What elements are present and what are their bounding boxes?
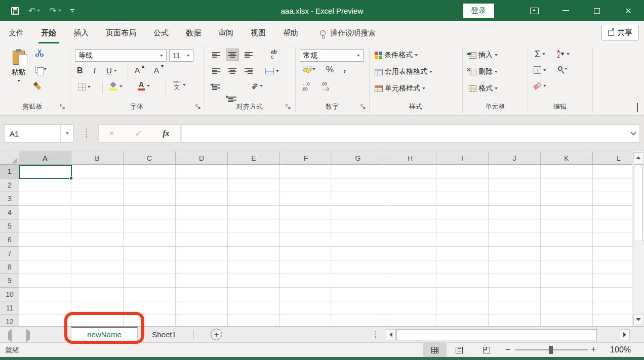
tab-view[interactable]: 视图 [242, 21, 274, 44]
decrease-font-button[interactable]: A [154, 66, 159, 74]
column-header-H[interactable]: H [384, 151, 436, 165]
column-header-K[interactable]: K [541, 151, 593, 165]
row-header-8[interactable]: 8 [0, 260, 19, 274]
insert-function-button[interactable]: fx [163, 129, 169, 138]
select-all-button[interactable] [0, 151, 19, 165]
fill-button[interactable]: ↓ [534, 66, 546, 74]
column-header-E[interactable]: E [228, 151, 280, 165]
underline-button[interactable]: U [106, 66, 117, 75]
font-color-button[interactable]: A [138, 81, 150, 91]
scroll-up-button[interactable] [633, 152, 643, 163]
font-dialog-launcher[interactable] [194, 104, 202, 111]
insert-cells-button[interactable]: 插入 [469, 51, 498, 60]
row-header-9[interactable]: 9 [0, 274, 19, 288]
selected-cell-A1[interactable] [19, 165, 72, 179]
delete-cells-button[interactable]: 删除 [469, 67, 498, 76]
number-dialog-launcher[interactable] [359, 104, 367, 111]
accounting-format-button[interactable] [302, 66, 315, 72]
enter-button[interactable]: ✓ [135, 128, 142, 139]
merge-center-button[interactable] [265, 68, 279, 74]
row-header-7[interactable]: 7 [0, 247, 19, 260]
name-box[interactable]: A1 [4, 124, 74, 143]
cancel-button[interactable]: × [109, 128, 114, 139]
sheet-tab-sheet1[interactable]: Sheet1 [139, 327, 189, 342]
minimize-button[interactable] [550, 0, 581, 21]
bold-button[interactable]: B [77, 66, 83, 75]
font-size-select[interactable]: 11 [169, 49, 193, 62]
vertical-scroll-thumb[interactable] [634, 164, 643, 241]
customize-qat-button[interactable] [70, 9, 74, 13]
save-button[interactable] [11, 7, 19, 15]
paste-button[interactable]: 粘贴 [7, 49, 30, 99]
column-header-J[interactable]: J [489, 151, 541, 165]
column-header-G[interactable]: G [332, 151, 384, 165]
format-painter-button[interactable] [35, 82, 39, 90]
scroll-right-button[interactable] [620, 329, 630, 340]
phonetic-guide-button[interactable]: wén文 [173, 80, 186, 90]
clear-button[interactable] [534, 84, 546, 88]
orientation-button[interactable]: ab [251, 83, 263, 89]
tell-me-search[interactable]: 操作说明搜索 [320, 28, 376, 38]
column-header-C[interactable]: C [124, 151, 176, 165]
tab-formulas[interactable]: 公式 [145, 21, 177, 44]
align-top-button[interactable] [210, 49, 223, 61]
fill-handle[interactable] [69, 176, 73, 180]
sort-filter-button[interactable]: AZ [557, 50, 570, 58]
horizontal-scroll-thumb[interactable] [396, 329, 597, 340]
normal-view-button[interactable] [423, 343, 447, 357]
cut-button[interactable] [35, 50, 44, 57]
row-header-12[interactable]: 12 [0, 315, 19, 326]
maximize-button[interactable] [581, 0, 613, 21]
column-header-I[interactable]: I [436, 151, 489, 165]
zoom-in-button[interactable]: + [591, 345, 596, 353]
row-header-1[interactable]: 1 [0, 165, 19, 178]
login-button[interactable]: 登录 [463, 4, 494, 18]
row-header-6[interactable]: 6 [0, 233, 19, 247]
align-center-button[interactable] [226, 65, 239, 77]
cell-grid[interactable] [19, 165, 632, 326]
format-as-table-button[interactable]: 套用表格格式 [375, 67, 432, 76]
row-header-4[interactable]: 4 [0, 206, 19, 219]
sheet-tab-newname[interactable]: newName [71, 327, 138, 342]
ribbon-display-options-button[interactable] [518, 0, 550, 21]
column-header-F[interactable]: F [280, 151, 332, 165]
tab-help[interactable]: 帮助 [274, 21, 307, 44]
font-name-select[interactable]: 等线 [75, 49, 167, 62]
close-button[interactable]: × [613, 0, 644, 21]
tab-home[interactable]: 开始 [32, 21, 65, 44]
page-layout-view-button[interactable] [448, 343, 471, 357]
decrease-decimal-button[interactable]: .00 →.0 [321, 82, 329, 92]
format-cells-button[interactable]: 格式 [469, 84, 498, 93]
formula-bar-resize-handle[interactable] [86, 128, 87, 139]
borders-button[interactable] [78, 83, 91, 91]
tab-review[interactable]: 审阅 [210, 21, 242, 44]
align-right-button[interactable] [242, 65, 255, 77]
italic-button[interactable]: I [93, 66, 96, 75]
column-header-D[interactable]: D [176, 151, 228, 165]
increase-font-button[interactable]: A [135, 66, 140, 74]
copy-button[interactable] [35, 66, 47, 73]
conditional-formatting-button[interactable]: 条件格式 [375, 51, 418, 60]
redo-button[interactable]: ↷ [49, 7, 61, 15]
row-header-2[interactable]: 2 [0, 178, 19, 192]
row-header-3[interactable]: 3 [0, 192, 19, 206]
scroll-down-button[interactable] [633, 314, 643, 325]
row-header-11[interactable]: 11 [0, 301, 19, 315]
tab-data[interactable]: 数据 [177, 21, 210, 44]
fill-color-button[interactable] [109, 82, 123, 91]
new-sheet-button[interactable]: + [211, 329, 222, 340]
share-button[interactable]: 共享 [601, 25, 639, 40]
zoom-level-button[interactable]: 100% [610, 345, 631, 354]
name-box-dropdown[interactable] [60, 125, 73, 142]
formula-input[interactable] [182, 124, 640, 143]
comma-style-button[interactable]: , [343, 63, 346, 74]
page-break-view-button[interactable] [475, 343, 498, 357]
percent-style-button[interactable]: % [326, 65, 334, 75]
clipboard-dialog-launcher[interactable] [59, 104, 66, 111]
vertical-scrollbar[interactable] [632, 151, 644, 326]
wrap-text-button[interactable]: abc [267, 49, 280, 61]
alignment-dialog-launcher[interactable] [285, 104, 292, 111]
autosum-button[interactable]: Σ [535, 50, 545, 59]
column-header-B[interactable]: B [71, 151, 124, 165]
tab-insert[interactable]: 插入 [65, 21, 97, 44]
